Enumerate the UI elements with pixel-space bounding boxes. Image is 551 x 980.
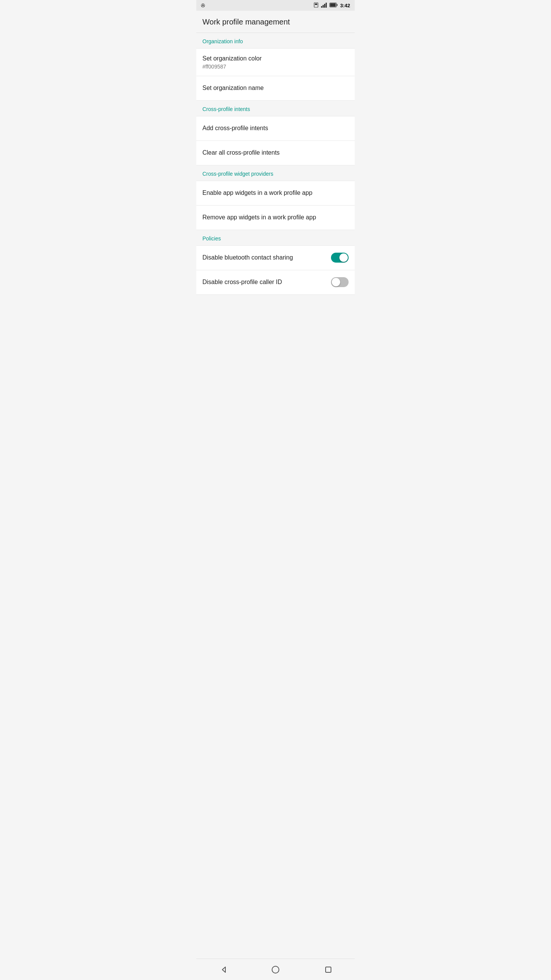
toggle-thumb	[332, 278, 340, 286]
enable-app-widgets-title: Enable app widgets in a work profile app	[202, 189, 349, 197]
set-org-color-title: Set organization color	[202, 55, 349, 63]
list-item-content: Disable bluetooth contact sharing	[202, 254, 331, 262]
list-item-set-org-name[interactable]: Set organization name	[196, 76, 355, 101]
list-item-content: Set organization name	[202, 84, 349, 92]
svg-rect-3	[323, 5, 324, 8]
time-display: 3:42	[340, 3, 350, 8]
status-bar-left: ✇	[201, 3, 205, 8]
list-item-content: Set organization color #ff009587	[202, 55, 349, 70]
page-header: Work profile management	[196, 11, 355, 33]
list-item-content: Remove app widgets in a work profile app	[202, 214, 349, 222]
section-header-cross-profile-widget-providers: Cross-profile widget providers	[196, 165, 355, 181]
disable-bluetooth-toggle[interactable]	[331, 253, 349, 263]
svg-rect-2	[321, 6, 322, 8]
sim-icon	[313, 2, 319, 9]
status-bar: ✇ 3:42	[196, 0, 355, 11]
set-org-color-subtitle: #ff009587	[202, 64, 349, 70]
list-item-disable-cross-profile-caller-id[interactable]: Disable cross-profile caller ID	[196, 270, 355, 295]
svg-rect-4	[324, 4, 325, 8]
section-header-policies: Policies	[196, 230, 355, 246]
set-org-name-title: Set organization name	[202, 84, 349, 92]
clear-cross-profile-intents-title: Clear all cross-profile intents	[202, 149, 349, 157]
list-item-clear-cross-profile-intents[interactable]: Clear all cross-profile intents	[196, 141, 355, 165]
disable-cross-profile-caller-id-title: Disable cross-profile caller ID	[202, 278, 331, 286]
list-item-content: Disable cross-profile caller ID	[202, 278, 331, 286]
section-header-organization-info: Organization info	[196, 33, 355, 49]
svg-rect-1	[315, 3, 317, 5]
battery-icon	[329, 3, 338, 8]
list-item-set-org-color[interactable]: Set organization color #ff009587	[196, 49, 355, 76]
screenshot-icon: ✇	[201, 3, 205, 8]
status-bar-right: 3:42	[313, 2, 350, 9]
svg-rect-5	[326, 3, 327, 8]
signal-icon	[321, 2, 327, 9]
list-item-add-cross-profile-intents[interactable]: Add cross-profile intents	[196, 116, 355, 141]
list-item-remove-app-widgets[interactable]: Remove app widgets in a work profile app	[196, 206, 355, 230]
add-cross-profile-intents-title: Add cross-profile intents	[202, 124, 349, 132]
content-area: Organization info Set organization color…	[196, 33, 355, 295]
disable-cross-profile-caller-id-toggle[interactable]	[331, 277, 349, 287]
remove-app-widgets-title: Remove app widgets in a work profile app	[202, 214, 349, 222]
svg-rect-8	[337, 4, 337, 6]
svg-rect-7	[330, 3, 336, 7]
list-item-content: Enable app widgets in a work profile app	[202, 189, 349, 197]
list-item-content: Add cross-profile intents	[202, 124, 349, 132]
list-item-enable-app-widgets[interactable]: Enable app widgets in a work profile app	[196, 181, 355, 206]
page-title: Work profile management	[202, 18, 349, 26]
list-item-disable-bluetooth[interactable]: Disable bluetooth contact sharing	[196, 246, 355, 270]
disable-bluetooth-title: Disable bluetooth contact sharing	[202, 254, 331, 262]
toggle-thumb	[339, 253, 348, 262]
section-header-cross-profile-intents: Cross-profile intents	[196, 101, 355, 116]
list-item-content: Clear all cross-profile intents	[202, 149, 349, 157]
